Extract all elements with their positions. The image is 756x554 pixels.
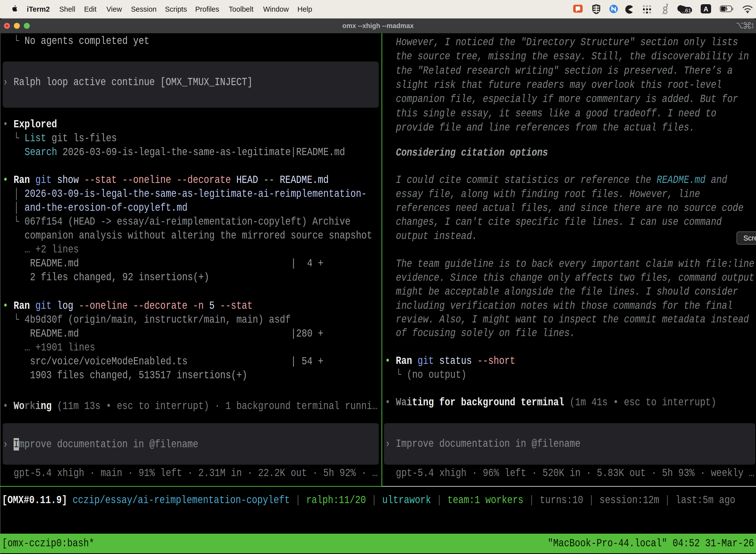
svg-text:A: A	[703, 5, 708, 13]
svg-text:1: 1	[751, 22, 754, 30]
svg-text:..61: ..61	[682, 7, 691, 14]
